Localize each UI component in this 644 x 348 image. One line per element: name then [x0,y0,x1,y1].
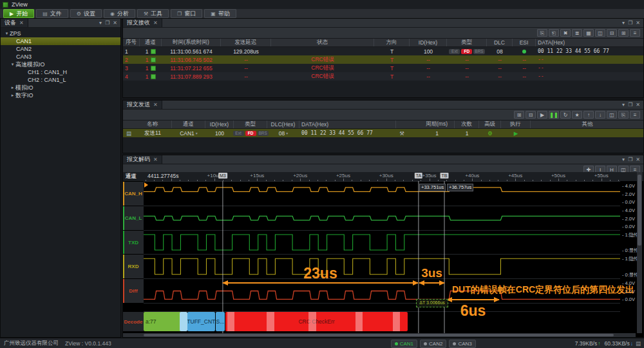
expander-icon[interactable]: ▸ [10,93,15,98]
start-all-icon[interactable]: ▶ [537,111,547,119]
tab-decode[interactable]: 报文解码 ✕ [123,155,162,164]
float-icon[interactable]: ❐ [105,20,109,26]
close-icon[interactable]: ✕ [113,20,117,26]
collapse-icon[interactable]: ⊟ [607,29,617,37]
channel-label-RXD[interactable]: RXD [123,255,144,278]
close-icon[interactable]: ✕ [153,102,158,108]
channel-label-TXD[interactable]: TXD [123,231,144,254]
scrollbar-thumb[interactable] [144,334,614,336]
menu-item-分析[interactable]: ◉分析 [104,9,135,18]
move-down-icon[interactable]: ↓ [595,111,605,119]
marker-flag-TB[interactable]: TB [440,173,449,179]
edit-data-icon[interactable]: ⚒ [397,129,407,137]
marker-flag-TA[interactable]: TA [415,173,422,179]
clear-icon[interactable]: ✖ [560,29,571,37]
float-icon[interactable]: ❐ [628,20,632,26]
close-icon[interactable]: ✕ [153,20,158,26]
tree-item--io[interactable]: ▸模拟IO [1,84,120,92]
decode-block[interactable] [180,312,187,331]
receive-panel-bar: 报文接收 ✕ ▾ ❐ ✕ [123,19,643,28]
pause-icon[interactable]: ❚❚ [549,111,559,119]
loop-icon[interactable]: ↻ [560,111,571,119]
tree-item-zps[interactable]: ▾ZPS [1,30,120,37]
expander-icon[interactable]: ▾ [10,62,15,67]
status-channel-CAN1[interactable]: CAN1 [391,340,417,348]
expander-icon[interactable]: ▸ [10,85,15,90]
menu-item-设置[interactable]: ⚙设置 [70,9,102,18]
stuff-bit-stripe [227,312,234,331]
timeline-ruler[interactable]: 通道4411.27745s+10us+15us+20us+25us+30us+3… [123,172,643,182]
expander-icon[interactable]: ▾ [4,31,10,36]
dlc-dropdown-icon[interactable]: ▾ [286,131,288,135]
dropdown-icon[interactable]: ▾ [99,20,102,26]
menu-item-工具[interactable]: ⚒工具 [137,9,169,18]
channel-label-CAN_H[interactable]: CAN_H [123,182,144,206]
float-icon[interactable]: ❐ [628,102,632,108]
add-icon[interactable]: ⊞ [514,111,524,119]
close-icon[interactable]: ✕ [19,20,24,26]
tab-receive[interactable]: 报文接收 ✕ [123,19,162,27]
channel-label-CAN_L[interactable]: CAN_L [123,206,144,230]
dropdown-icon[interactable]: ▾ [622,157,625,162]
arrowhead-right-icon [494,297,500,302]
tree-item--io[interactable]: ▾高速模拟IO [1,61,120,68]
close-icon[interactable]: ✕ [636,157,640,162]
cell: -- [221,64,271,72]
dropdown-icon[interactable]: ▾ [622,20,625,26]
close-icon[interactable]: ✕ [153,157,158,162]
move-up-icon[interactable]: ↑ [583,111,594,119]
vertical-scrollbar[interactable] [637,172,642,333]
decode-block-CRC-CheckErr[interactable]: CRC CheckErr [225,312,408,331]
decode-block-a-77[interactable]: a:77 [144,312,182,331]
tree-item--io[interactable]: ▸数字IO [1,92,120,99]
menu-item-窗口[interactable]: ❐窗口 [171,9,202,18]
tab-send[interactable]: 报文发送 ✕ [123,101,162,109]
paste-icon[interactable]: ⎘ [618,111,629,119]
float-icon[interactable]: ❐ [628,157,632,162]
remove-icon[interactable]: ⊟ [526,111,536,119]
tree-item-can1[interactable]: CAN1 [1,37,120,45]
tree-item-can2[interactable]: CAN2 [1,45,120,53]
decode-panel-bar: 报文解码 ✕ ▾ ❐ ✕ [123,155,643,164]
advanced-gear-icon[interactable]: ⚙ [488,130,493,137]
channel-dropdown-icon[interactable]: ▾ [196,131,198,135]
columns-icon[interactable]: ◫ [595,29,605,37]
tree-item-can3[interactable]: CAN3 [1,53,120,61]
tree-item-ch1-can1-h[interactable]: CH1 : CAN1_H [1,68,120,76]
menu-item-开始[interactable]: ▶开始 [3,9,34,18]
receive-row-3[interactable]: 3111:31:07.212 655--CRC错误T---------- [123,64,643,72]
menu-icon[interactable]: ≡ [630,111,640,119]
channel-label-Diff[interactable]: Diff [123,279,144,303]
save-icon[interactable]: ⎘ [537,29,547,37]
copy-icon[interactable]: ◫ [607,111,617,119]
close-icon[interactable]: ✕ [636,102,640,108]
expand-icon[interactable]: ⊞ [618,29,629,37]
cell: -- [536,72,644,81]
receive-row-2[interactable]: 2111:31:06.745 502--CRC错误T---------- [123,55,643,64]
status-channel-CAN3[interactable]: CAN3 [449,340,475,348]
channel-label-decode[interactable]: Decode [123,312,144,331]
horizontal-scrollbar[interactable] [123,333,636,337]
tree-item-ch2-can1-l[interactable]: CH2 : CAN1_L [1,76,120,84]
menu-icon[interactable]: ≡ [630,29,640,37]
marker-flag-M3[interactable]: M3 [218,173,227,179]
dropdown-icon[interactable]: ▾ [622,102,625,108]
menu-item-文件[interactable]: ▤文件 [36,9,68,18]
close-icon[interactable]: ✕ [636,20,640,26]
status-channel-CAN2[interactable]: CAN2 [420,340,446,348]
decode-block-S-[interactable]: S... [216,312,225,331]
execute-play-icon[interactable]: ▶ [514,130,518,137]
receive-row-4[interactable]: 4111:31:07.889 293--CRC错误T---------- [123,72,643,81]
open-icon[interactable]: ⎗ [549,29,559,37]
scroll-lock-icon[interactable]: ≣ [572,29,582,37]
decode-block-STUFF-CNT-6[interactable]: STUFF_CNT:6 [187,312,215,331]
scrollbar-thumb[interactable] [638,175,641,246]
send-row[interactable]: ▤发送11CAN1▾100ExtFDBRS08▾00 11 22 33 44 5… [123,129,643,137]
device-panel-bar: 设备 ✕ ▾ ❐ ✕ [1,19,120,28]
tab-device[interactable]: 设备 ✕ [1,19,28,27]
favorite-icon[interactable]: ★ [572,111,582,119]
menu-item-帮助[interactable]: ▣帮助 [204,9,236,18]
channel-state-label: CAN3 [458,341,471,347]
receive-row-1[interactable]: 1111:31:00.561 674129.208usT100ExtFDBRS0… [123,47,643,55]
filter-icon[interactable]: ▦ [583,29,594,37]
